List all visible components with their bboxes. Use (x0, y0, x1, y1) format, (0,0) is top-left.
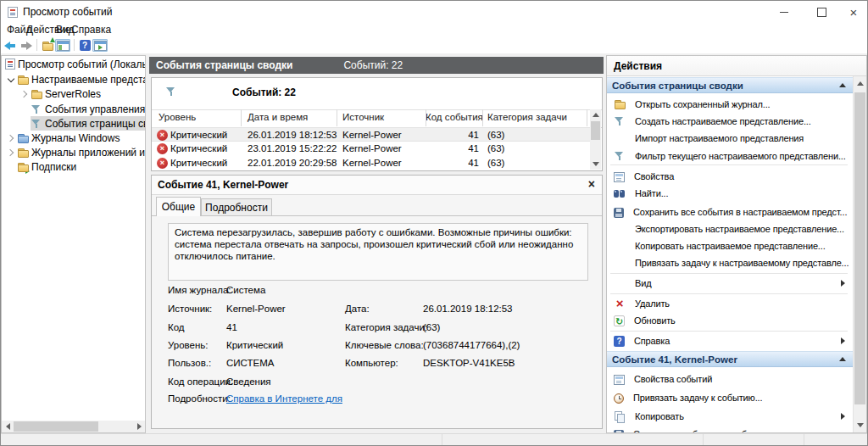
action-delete[interactable]: Удалить (607, 295, 853, 312)
find-icon (614, 187, 626, 199)
scrollbar-thumb[interactable] (14, 421, 98, 432)
actions-section-header-event[interactable]: Событие 41, Kernel-Power (607, 351, 853, 367)
tree-item-subscriptions[interactable]: Подписки (2, 159, 145, 174)
expander-spacer (19, 103, 31, 115)
column-divider[interactable] (426, 109, 426, 126)
filter-icon (31, 118, 42, 130)
column-divider[interactable] (482, 109, 483, 126)
collapse-icon[interactable] (839, 83, 846, 87)
actions-pane-title: Действия (607, 56, 866, 76)
field-row-level-keywords: Уровень: Критический Ключевые слова: (70… (152, 340, 602, 353)
tree-selection-highlight: События страницы свод (31, 116, 145, 131)
submenu-arrow-icon (841, 337, 845, 344)
console-tree-toggle-button[interactable] (55, 39, 70, 52)
filter-icon (165, 86, 177, 98)
properties-icon (614, 172, 625, 182)
save-icon (614, 430, 624, 433)
scroll-up-icon[interactable] (590, 109, 601, 120)
action-attach-task-to-view[interactable]: Привязать задачу к настраиваемому предст… (607, 254, 853, 271)
tab-details[interactable]: Подробности (201, 198, 272, 216)
close-button[interactable]: × (840, 1, 867, 23)
up-button[interactable] (40, 39, 55, 52)
collapse-icon[interactable] (839, 357, 846, 361)
action-find[interactable]: Найти... (607, 185, 853, 202)
subscriptions-folder-icon (17, 161, 29, 173)
column-header-task-category[interactable]: Категория задачи (487, 112, 567, 122)
scrollbar-thumb[interactable] (854, 92, 865, 404)
column-header-event-code[interactable]: Код события (426, 112, 479, 122)
scroll-down-icon[interactable] (590, 159, 601, 170)
column-header-datetime[interactable]: Дата и время (248, 112, 308, 122)
tree-item-event-viewer-root[interactable]: Просмотр событий (Локальнь (2, 57, 145, 71)
action-properties[interactable]: Свойства (607, 168, 853, 185)
scroll-right-icon[interactable] (133, 421, 145, 432)
close-icon[interactable]: × (588, 177, 595, 191)
events-list-box: Событий: 22 Уровень Дата и время Источни… (151, 77, 603, 171)
action-view-submenu[interactable]: Вид (607, 275, 853, 292)
action-save-selected-events[interactable]: Сохранить выбранные события (607, 426, 853, 432)
scrollbar-thumb[interactable] (591, 121, 600, 140)
scroll-left-icon[interactable] (2, 421, 14, 432)
toolbar-separator (74, 39, 75, 51)
event-row[interactable]: Критический 23.01.2019 15:22:22 Kernel-P… (152, 142, 590, 156)
folder-icon (17, 74, 29, 86)
folder-icon (31, 88, 42, 100)
action-copy-custom-view[interactable]: Копировать настраиваемое представление..… (607, 237, 853, 254)
event-row[interactable]: Критический 26.01.2019 18:12:53 Kernel-P… (152, 127, 590, 142)
window-title: Просмотр событий (23, 6, 112, 18)
scroll-up-icon[interactable] (854, 76, 866, 91)
column-divider[interactable] (337, 109, 337, 126)
field-row-log-name: Имя журнала: Система (152, 285, 602, 298)
action-help-submenu[interactable]: Справка (607, 332, 853, 349)
events-vertical-scrollbar[interactable] (590, 109, 601, 170)
tree-item-summary-page-events[interactable]: События страницы свод (2, 116, 145, 131)
action-copy-submenu[interactable]: Копировать (607, 408, 853, 425)
column-divider[interactable] (241, 109, 242, 126)
expander-collapsed-icon[interactable] (19, 88, 31, 100)
action-export-custom-view[interactable]: Экспортировать настраиваемое представлен… (607, 220, 853, 237)
online-help-link[interactable]: Справка в Интернете для (226, 393, 342, 404)
maximize-button[interactable] (803, 1, 840, 23)
tree-item-windows-logs[interactable]: Журналы Windows (2, 131, 145, 145)
expander-collapsed-icon[interactable] (5, 147, 17, 159)
expander-expanded-icon[interactable] (5, 74, 17, 86)
action-event-properties[interactable]: Свойства событий (607, 371, 853, 387)
scroll-down-icon[interactable] (854, 418, 866, 432)
column-header-source[interactable]: Источник (342, 112, 384, 122)
toolbar (1, 38, 867, 54)
action-filter-current-view[interactable]: Фильтр текущего настраиваемого представл… (607, 148, 853, 164)
tree-item-serverroles[interactable]: ServerRoles (2, 86, 145, 101)
action-attach-task-to-event[interactable]: Привязать задачу к событию... (607, 389, 853, 406)
event-row[interactable]: Критический 22.01.2019 20:29:58 Kernel-P… (152, 156, 590, 170)
minimize-button[interactable] (765, 1, 803, 23)
menu-help[interactable]: Справка (71, 24, 111, 36)
action-open-saved-log[interactable]: Открыть сохраненный журнал... (607, 96, 853, 113)
help-button[interactable] (77, 39, 92, 52)
open-folder-icon (614, 98, 626, 110)
tree-item-admin-events[interactable]: События управления (2, 102, 145, 116)
filter-icon (614, 115, 626, 127)
column-divider[interactable] (587, 109, 587, 126)
back-button[interactable] (3, 39, 18, 52)
tree-horizontal-scrollbar[interactable] (2, 421, 145, 432)
tabstrip-divider (152, 215, 602, 216)
actions-list: События страницы сводки Открыть сохранен… (607, 76, 853, 432)
tree-item-custom-views[interactable]: Настраиваемые представле (2, 72, 145, 86)
tree-item-app-service-logs[interactable]: Журналы приложений и сл (2, 145, 145, 159)
filter-band-count: Событий: 22 (232, 86, 296, 98)
tab-general[interactable]: Общие (156, 197, 201, 216)
column-header-level[interactable]: Уровень (159, 112, 196, 122)
action-pane-toggle-button[interactable] (92, 39, 108, 52)
action-create-custom-view[interactable]: Создать настраиваемое представление... (607, 113, 853, 130)
actions-section-header-summary[interactable]: События страницы сводки (607, 77, 853, 93)
actions-vertical-scrollbar[interactable] (853, 76, 866, 432)
event-description[interactable]: Система перезагрузилась, завершив работу… (168, 223, 588, 281)
critical-icon (157, 143, 168, 154)
main-view-panel: События страницы сводки Событий: 22 Собы… (149, 55, 604, 433)
event-detail-header: Событие 41, Kernel-Power × (152, 176, 602, 195)
action-save-all-events[interactable]: Сохранить все события в настраиваемом пр… (607, 203, 853, 220)
expander-collapsed-icon[interactable] (5, 132, 17, 144)
action-import-custom-view[interactable]: Импорт настраиваемого представления (607, 130, 853, 147)
forward-button[interactable] (19, 39, 34, 52)
action-refresh[interactable]: Обновить (607, 312, 853, 329)
